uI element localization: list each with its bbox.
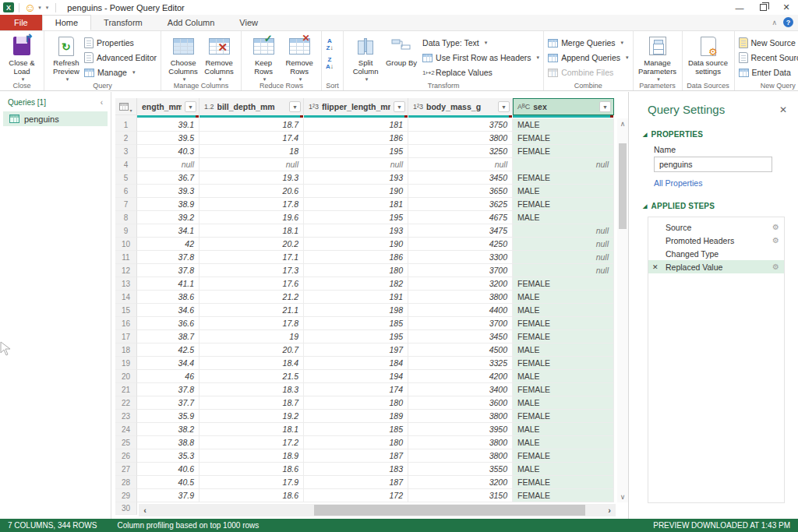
column-type-icon[interactable]: AᴮC <box>517 103 530 111</box>
grid-cell[interactable]: MALE <box>513 423 614 436</box>
grid-cell[interactable]: FEMALE <box>513 277 614 291</box>
select-all-cell[interactable]: ▾ <box>115 98 137 115</box>
row-number[interactable]: 17 <box>115 330 137 344</box>
column-header-body_mass_g[interactable]: 1²3body_mass_g▼ <box>408 98 513 115</box>
grid-cell[interactable]: 20.6 <box>200 185 304 198</box>
grid-cell[interactable]: 3750 <box>408 118 513 132</box>
grid-cell[interactable]: 3450 <box>408 171 513 185</box>
grid-cell[interactable]: 181 <box>304 198 408 211</box>
grid-cell[interactable]: 194 <box>304 370 408 383</box>
grid-cell[interactable]: FEMALE <box>513 132 614 145</box>
grid-cell[interactable]: 3200 <box>408 277 513 291</box>
grid-cell[interactable]: 18.6 <box>200 463 304 476</box>
grid-cell[interactable]: 34.1 <box>137 224 200 238</box>
properties-button[interactable]: Properties <box>84 36 157 50</box>
grid-cell[interactable]: 3650 <box>408 185 513 198</box>
row-number[interactable]: 14 <box>115 291 137 304</box>
grid-cell[interactable]: 3200 <box>408 476 513 489</box>
grid-cell[interactable]: 3950 <box>408 423 513 436</box>
grid-cell[interactable]: MALE <box>513 396 614 410</box>
row-number[interactable]: 5 <box>115 171 137 185</box>
collapse-triangle-icon[interactable]: ◢ <box>643 132 648 138</box>
grid-cell[interactable]: MALE <box>513 344 614 357</box>
grid-cell[interactable]: FEMALE <box>513 198 614 211</box>
append-queries-button[interactable]: Append Queries <box>548 51 628 65</box>
grid-cell[interactable]: 186 <box>304 251 408 264</box>
grid-cell[interactable]: 35.3 <box>137 449 200 463</box>
row-number[interactable]: 29 <box>115 489 137 502</box>
grid-cell[interactable]: 21.5 <box>200 370 304 383</box>
grid-cell[interactable]: 183 <box>304 463 408 476</box>
help-icon[interactable]: ? <box>783 17 793 27</box>
grid-cell[interactable]: FEMALE <box>513 171 614 185</box>
horizontal-scroll-thumb[interactable] <box>314 505 585 516</box>
grid-cell[interactable]: 18.1 <box>200 423 304 436</box>
row-number[interactable]: 21 <box>115 383 137 396</box>
grid-cell[interactable]: 38.9 <box>137 198 200 211</box>
grid-cell[interactable]: 195 <box>304 145 408 158</box>
use-first-row-as-headers-button[interactable]: Use First Row as Headers <box>422 51 539 65</box>
column-header-ength_mm[interactable]: ength_mm▼ <box>137 98 200 115</box>
row-number[interactable]: 20 <box>115 370 137 383</box>
grid-cell[interactable]: 46 <box>137 370 200 383</box>
sort-descending-button[interactable]: ZA↓ <box>326 56 334 70</box>
grid-cell[interactable]: FEMALE <box>513 476 614 489</box>
grid-cell[interactable]: MALE <box>513 118 614 132</box>
filter-dropdown-icon[interactable]: ▼ <box>289 101 301 112</box>
advanced-editor-button[interactable]: Advanced Editor <box>84 51 157 65</box>
vertical-scroll-thumb[interactable] <box>619 143 627 229</box>
grid-cell[interactable]: 19 <box>200 330 304 344</box>
grid-cell[interactable]: 197 <box>304 344 408 357</box>
grid-cell[interactable]: 40.6 <box>137 463 200 476</box>
split-column-button[interactable]: Split Column <box>348 33 383 83</box>
grid-cell[interactable]: 17.8 <box>200 198 304 211</box>
grid-cell[interactable]: 4500 <box>408 344 513 357</box>
enter-data-button[interactable]: Enter Data <box>739 65 798 79</box>
quick-access-customize-icon[interactable]: ▾ <box>46 5 49 11</box>
scroll-down-icon[interactable]: ∨ <box>617 491 628 502</box>
grid-cell[interactable]: 3325 <box>408 357 513 370</box>
close-button[interactable]: ✕ <box>775 0 798 15</box>
scroll-up-icon[interactable]: ∧ <box>617 118 628 129</box>
tab-file[interactable]: File <box>0 15 42 30</box>
grid-cell[interactable]: 37.7 <box>137 396 200 410</box>
minimize-button[interactable]: — <box>728 0 751 15</box>
grid-cell[interactable]: 180 <box>304 436 408 449</box>
grid-cell[interactable]: 17.8 <box>200 317 304 330</box>
grid-cell[interactable]: 39.2 <box>137 211 200 224</box>
sort-ascending-button[interactable]: AZ↓ <box>326 37 334 51</box>
row-number[interactable]: 15 <box>115 304 137 317</box>
grid-cell[interactable]: 4250 <box>408 238 513 251</box>
grid-cell[interactable]: 3800 <box>408 291 513 304</box>
grid-cell[interactable]: 36.7 <box>137 171 200 185</box>
grid-cell[interactable]: 193 <box>304 171 408 185</box>
row-number[interactable]: 24 <box>115 423 137 436</box>
grid-cell[interactable]: 190 <box>304 185 408 198</box>
grid-cell[interactable]: null <box>200 158 304 171</box>
grid-cell[interactable]: FEMALE <box>513 317 614 330</box>
row-number[interactable]: 28 <box>115 476 137 489</box>
grid-cell[interactable]: 181 <box>304 118 408 132</box>
row-number[interactable]: 12 <box>115 264 137 277</box>
grid-cell[interactable]: 38.2 <box>137 423 200 436</box>
grid-cell[interactable]: 37.9 <box>137 489 200 502</box>
filter-dropdown-icon[interactable]: ▼ <box>185 101 196 112</box>
grid-cell[interactable]: FEMALE <box>513 489 614 502</box>
step-settings-gear-icon[interactable]: ⚙ <box>772 236 779 245</box>
grid-cell[interactable]: 20.7 <box>200 344 304 357</box>
grid-cell[interactable]: 4200 <box>408 370 513 383</box>
grid-cell[interactable]: 4400 <box>408 304 513 317</box>
grid-cell[interactable]: 172 <box>304 489 408 502</box>
grid-cell[interactable]: 190 <box>304 238 408 251</box>
grid-cell[interactable]: 34.6 <box>137 304 200 317</box>
tab-view[interactable]: View <box>227 15 270 30</box>
scroll-left-icon[interactable]: ‹ <box>139 506 151 515</box>
collapse-pane-icon[interactable]: ‹ <box>101 98 103 107</box>
grid-cell[interactable]: 180 <box>304 264 408 277</box>
column-header-flipper_length_mm[interactable]: 1²3flipper_length_mm▼ <box>304 98 408 115</box>
grid-cell[interactable]: 18.3 <box>200 383 304 396</box>
grid-cell[interactable]: 187 <box>304 476 408 489</box>
grid-cell[interactable]: 39.1 <box>137 118 200 132</box>
choose-columns-button[interactable]: Choose Columns <box>165 33 201 83</box>
query-name-input[interactable]: penguins <box>654 157 772 172</box>
